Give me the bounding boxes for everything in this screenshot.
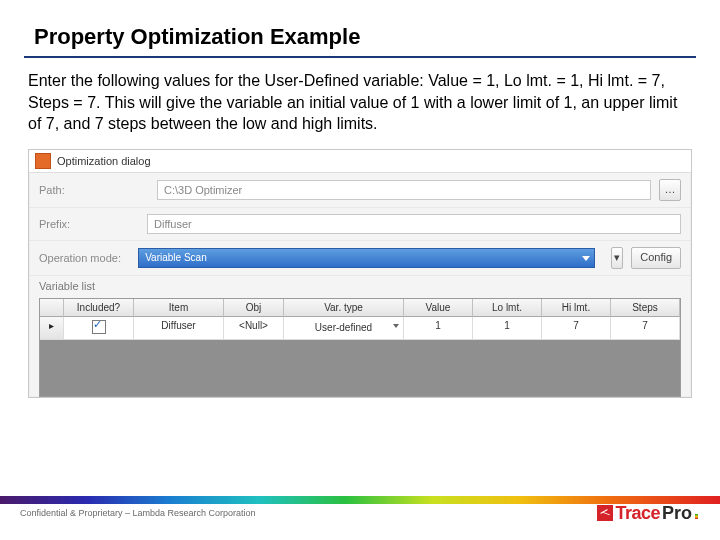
path-value: C:\3D Optimizer: [164, 184, 242, 196]
cell-hi-lmt[interactable]: 7: [542, 317, 611, 340]
prefix-label: Prefix:: [39, 218, 139, 230]
cell-var-type-value: User-defined: [315, 322, 372, 333]
dialog-title-text: Optimization dialog: [57, 155, 151, 167]
cell-lo-lmt[interactable]: 1: [473, 317, 542, 340]
browse-button[interactable]: …: [659, 179, 681, 201]
variable-grid: Included? Item Obj Var. type Value Lo lm…: [39, 298, 681, 397]
slide-footer: Confidential & Proprietary – Lambda Rese…: [0, 496, 720, 540]
cell-value[interactable]: 1: [404, 317, 473, 340]
dialog-titlebar: Optimization dialog: [29, 150, 691, 173]
col-obj: Obj: [224, 299, 284, 317]
path-input[interactable]: C:\3D Optimizer: [157, 180, 651, 200]
cell-included[interactable]: [64, 317, 134, 340]
row-marker: ▸: [40, 317, 64, 340]
included-checkbox[interactable]: [92, 320, 106, 334]
col-rowheader: [40, 299, 64, 317]
instruction-paragraph: Enter the following values for the User-…: [28, 70, 692, 135]
grid-header-row: Included? Item Obj Var. type Value Lo lm…: [40, 299, 680, 317]
operation-mode-dropdown[interactable]: Variable Scan: [138, 248, 595, 268]
cell-steps[interactable]: 7: [611, 317, 680, 340]
operation-mode-value: Variable Scan: [145, 252, 207, 263]
table-row[interactable]: ▸ Diffuser <Null> User-defined 1 1 7 7: [40, 317, 680, 340]
page-title: Property Optimization Example: [34, 24, 720, 50]
optimization-dialog: Optimization dialog Path: C:\3D Optimize…: [28, 149, 692, 398]
col-var-type: Var. type: [284, 299, 404, 317]
title-underline: [24, 56, 696, 58]
confidential-text: Confidential & Proprietary – Lambda Rese…: [20, 508, 256, 518]
dropdown-arrow-icon[interactable]: ▾: [611, 247, 623, 269]
config-button[interactable]: Config: [631, 247, 681, 269]
rainbow-strip: [0, 496, 720, 504]
col-included: Included?: [64, 299, 134, 317]
variable-list-label: Variable list: [29, 276, 691, 292]
cell-item[interactable]: Diffuser: [134, 317, 224, 340]
col-value: Value: [404, 299, 473, 317]
operation-mode-label: Operation mode:: [39, 252, 130, 264]
prefix-input[interactable]: Diffuser: [147, 214, 681, 234]
grid-empty-area: [40, 340, 680, 396]
col-item: Item: [134, 299, 224, 317]
app-icon: [35, 153, 51, 169]
col-steps: Steps: [611, 299, 680, 317]
col-hi-lmt: Hi lmt.: [542, 299, 611, 317]
cell-obj[interactable]: <Null>: [224, 317, 284, 340]
prefix-value: Diffuser: [154, 218, 192, 230]
path-label: Path:: [39, 184, 149, 196]
col-lo-lmt: Lo lmt.: [473, 299, 542, 317]
cell-var-type-dropdown[interactable]: User-defined: [284, 317, 404, 340]
